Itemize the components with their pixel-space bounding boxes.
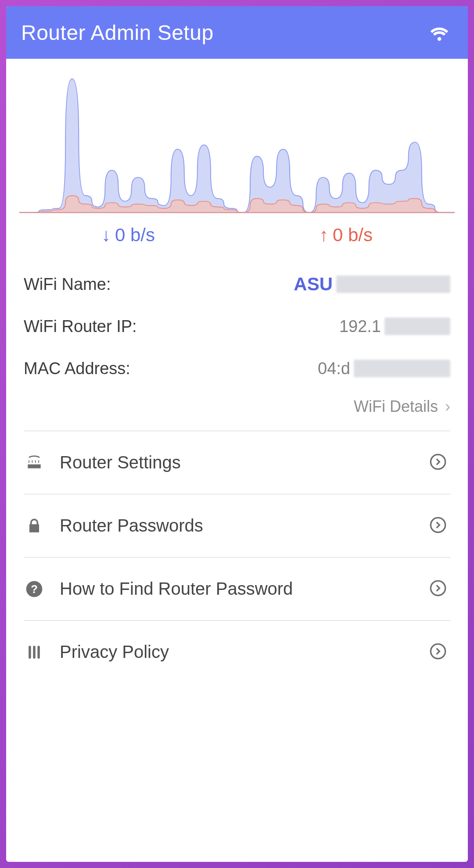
- wifi-name-row: WiFi Name: ASU: [24, 263, 450, 305]
- router-icon: [24, 452, 45, 473]
- router-ip-label: WiFi Router IP:: [24, 317, 137, 336]
- svg-point-9: [431, 644, 445, 658]
- app-header: Router Admin Setup: [6, 6, 468, 59]
- arrow-down-icon: ↓: [101, 226, 111, 244]
- traffic-chart: [6, 59, 468, 221]
- wifi-icon: [427, 21, 451, 44]
- svg-point-5: [431, 581, 445, 595]
- upload-speed-value: 0 b/s: [333, 225, 373, 246]
- redacted-strip: [384, 318, 450, 335]
- wifi-details-label: WiFi Details: [354, 397, 438, 415]
- svg-rect-7: [33, 646, 36, 658]
- chevron-circle-icon: [429, 453, 450, 472]
- lock-icon: [24, 515, 45, 536]
- menu-list: Router Settings Router Passwords ? How t…: [6, 431, 468, 683]
- wifi-name-value: ASU: [294, 274, 450, 295]
- menu-label: Router Settings: [60, 453, 414, 472]
- router-ip-visible-text: 192.1: [339, 317, 381, 336]
- svg-point-2: [431, 518, 445, 532]
- menu-item-find-password[interactable]: ? How to Find Router Password: [24, 557, 450, 620]
- chevron-circle-icon: [429, 643, 450, 662]
- svg-rect-8: [37, 646, 40, 658]
- menu-label: Privacy Policy: [60, 642, 414, 662]
- mac-address-value: 04:d: [318, 359, 450, 378]
- upload-speed: ↑ 0 b/s: [237, 225, 455, 246]
- svg-point-1: [431, 454, 445, 469]
- menu-item-privacy-policy[interactable]: Privacy Policy: [24, 620, 450, 683]
- svg-text:?: ?: [31, 583, 38, 595]
- arrow-up-icon: ↑: [319, 226, 328, 244]
- mac-address-row: MAC Address: 04:d: [24, 347, 450, 389]
- redacted-strip: [336, 275, 450, 293]
- svg-rect-6: [29, 646, 31, 658]
- chevron-right-icon: ›: [445, 397, 450, 415]
- sliders-icon: [24, 642, 45, 663]
- menu-item-router-passwords[interactable]: Router Passwords: [24, 494, 450, 557]
- wifi-name-label: WiFi Name:: [24, 275, 111, 294]
- wifi-name-visible-text: ASU: [294, 274, 333, 295]
- menu-label: Router Passwords: [60, 516, 414, 536]
- download-speed: ↓ 0 b/s: [19, 225, 237, 246]
- mac-address-label: MAC Address:: [24, 359, 130, 378]
- chevron-circle-icon: [429, 516, 450, 536]
- help-icon: ?: [24, 579, 45, 600]
- wifi-details-link[interactable]: WiFi Details ›: [6, 389, 468, 431]
- router-ip-row: WiFi Router IP: 192.1: [24, 305, 450, 347]
- app-title: Router Admin Setup: [21, 21, 214, 45]
- menu-label: How to Find Router Password: [60, 579, 414, 599]
- chevron-circle-icon: [429, 579, 450, 599]
- menu-item-router-settings[interactable]: Router Settings: [24, 431, 450, 494]
- traffic-speeds: ↓ 0 b/s ↑ 0 b/s: [6, 221, 468, 259]
- app-card: Router Admin Setup ↓ 0 b/s ↑ 0 b/s WiFi …: [6, 6, 468, 862]
- download-speed-value: 0 b/s: [115, 225, 155, 246]
- mac-visible-text: 04:d: [318, 359, 350, 378]
- router-ip-value: 192.1: [339, 317, 450, 336]
- redacted-strip: [354, 360, 450, 377]
- wifi-info: WiFi Name: ASU WiFi Router IP: 192.1 MAC…: [6, 259, 468, 389]
